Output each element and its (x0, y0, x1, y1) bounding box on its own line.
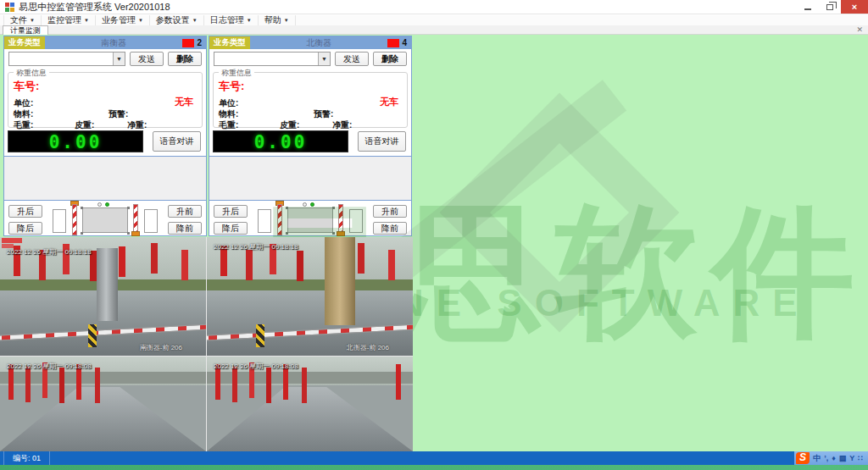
camera-scene-layer (325, 237, 355, 325)
menu-item-business-mgmt[interactable]: 业务管理▼ (96, 15, 150, 25)
weighbridge-platform (82, 207, 128, 233)
business-type-badge[interactable]: 业务类型 (209, 36, 250, 49)
front-barrier-cap (131, 231, 140, 236)
barrier-control-row: 升后 降后 (4, 201, 206, 239)
window-controls: × (797, 0, 868, 14)
menu-item-monitor-mgmt[interactable]: 监控管理▼ (42, 15, 96, 25)
toolbox-icon[interactable]: Y (849, 452, 854, 464)
raise-rear-button[interactable]: 升后 (214, 205, 248, 218)
rear-sensor-box (258, 209, 271, 233)
camera-scene-layer (207, 387, 413, 451)
menu-label: 参数设置 (156, 14, 190, 26)
tare-weight-label: 皮重: (75, 119, 94, 131)
chevron-down-icon: ▼ (247, 18, 252, 23)
alert-label: 预警: (314, 108, 333, 120)
main-area: 易思软件 NE SOFTWARE 业务类型 南衡器 2 ▼ 发送 删除 称重信息… (0, 35, 868, 451)
watermark-english: NE SOFTWARE (397, 282, 810, 324)
chinese-mode-icon[interactable]: 中 (813, 452, 821, 464)
indicator-on-icon (105, 202, 109, 207)
raise-rear-button[interactable]: 升后 (8, 205, 42, 218)
tab-metering-monitor[interactable]: 计量监测 (3, 25, 48, 35)
menu-item-help[interactable]: 帮助▼ (259, 15, 296, 25)
platform-handle (127, 207, 130, 209)
vehicle-no-label: 车号: (14, 79, 39, 94)
voice-intercom-button[interactable]: 语音对讲 (153, 131, 201, 152)
tare-weight-label: 皮重: (280, 119, 299, 131)
delete-button[interactable]: 删除 (373, 52, 407, 66)
weighbridge-graphic (47, 201, 164, 239)
voice-intercom-button[interactable]: 语音对讲 (358, 131, 406, 152)
group-title: 称重信息 (219, 68, 254, 79)
send-button[interactable]: 发送 (335, 52, 369, 66)
queue-count: 4 (402, 38, 407, 47)
camera-scene-layer (256, 324, 264, 347)
keyboard-icon[interactable]: ▤ (839, 452, 847, 464)
chevron-down-icon: ▼ (138, 18, 143, 23)
lower-front-button[interactable]: 降前 (373, 222, 407, 235)
mic-icon[interactable]: ♦ (832, 452, 836, 464)
info-placeholder-area (4, 156, 206, 201)
menu-item-log-mgmt[interactable]: 日志管理▼ (204, 15, 259, 25)
camera-timestamp: 2022 12 26 星期一 09:18:18 (214, 242, 298, 252)
app-icon (5, 3, 14, 12)
menu-label: 帮助 (264, 14, 281, 26)
app-window: 易思中控监管管理系统 Ver20201018 × 文件▼ 监控管理▼ 业务管理▼… (0, 0, 868, 470)
platform-handle (127, 232, 130, 235)
panel-header: 业务类型 南衡器 2 (4, 36, 206, 49)
chevron-down-icon: ▼ (113, 53, 125, 65)
material-label: 物料: (14, 108, 33, 120)
minimize-button[interactable] (797, 0, 819, 14)
camera-feed-north-front[interactable]: 2022 12 26 星期一 09:18:18 北衡器-前 206 (207, 237, 413, 356)
scale-panel-north: 业务类型 北衡器 4 ▼ 发送 删除 称重信息 车号: 无车 单位: 物料: 预… (209, 36, 412, 236)
no-vehicle-status: 无车 (380, 96, 398, 108)
indicator-off-icon (303, 202, 307, 207)
vehicle-no-label: 车号: (219, 79, 244, 94)
barrier-control-row: 升后 降后 (209, 201, 411, 239)
close-icon: × (852, 2, 857, 12)
business-type-select[interactable]: ▼ (214, 52, 331, 66)
lower-rear-button[interactable]: 降后 (8, 222, 42, 235)
camera-feed-north-rear[interactable]: 2022 12 26 星期一 09:18:08 (207, 357, 413, 451)
business-type-badge[interactable]: 业务类型 (4, 36, 45, 49)
rear-barrier-pole (277, 204, 282, 235)
weight-display-row: 0.00 语音对讲 (209, 128, 411, 152)
lower-rear-button[interactable]: 降后 (214, 222, 248, 235)
delete-button[interactable]: 删除 (168, 52, 202, 66)
grid-icon[interactable]: ∷ (858, 452, 863, 464)
camera-timestamp: 2022 12 26 星期一 09:18:08 (214, 362, 298, 371)
camera-name-overlay: 北衡器-前 206 (347, 343, 389, 352)
rear-barrier-buttons: 升后 降后 (209, 205, 252, 235)
raise-front-button[interactable]: 升前 (373, 205, 407, 218)
raise-front-button[interactable]: 升前 (168, 205, 202, 218)
camera-scene-layer (97, 248, 117, 322)
scale-panel-south: 业务类型 南衡器 2 ▼ 发送 删除 称重信息 车号: 无车 单位: 物料: 预… (3, 36, 207, 236)
indicator-off-icon (97, 202, 102, 207)
camera-feed-south-rear[interactable]: 2022 12 26 星期一 09:18:08 (0, 357, 206, 451)
menu-bar: 文件▼ 监控管理▼ 业务管理▼ 参数设置▼ 日志管理▼ 帮助▼ (0, 15, 868, 25)
lower-front-button[interactable]: 降前 (168, 222, 202, 235)
camera-timestamp: 2022 12 26 星期一 09:18:18 (7, 247, 92, 257)
front-barrier-cap (337, 231, 345, 236)
punctuation-icon[interactable]: ’, (824, 452, 828, 464)
business-type-select[interactable]: ▼ (8, 52, 125, 66)
camera-name-overlay: 南衡器-前 206 (140, 343, 182, 352)
weight-led-display: 0.00 (213, 130, 348, 152)
menu-label: 业务管理 (102, 14, 136, 26)
alert-label: 预警: (108, 108, 128, 120)
weighing-info-group: 称重信息 车号: 无车 单位: 物料: 预警: 毛重: 皮重: 净重: (8, 72, 203, 128)
weighing-info-group: 称重信息 车号: 无车 单位: 物料: 预警: 毛重: 皮重: 净重: (213, 72, 408, 128)
sogou-logo-icon[interactable]: S (796, 452, 810, 464)
close-button[interactable]: × (841, 0, 868, 14)
camera-scene-layer (207, 372, 413, 384)
menu-item-file[interactable]: 文件▼ (3, 15, 42, 25)
camera-scene-layer (88, 324, 97, 347)
send-button[interactable]: 发送 (130, 52, 164, 66)
front-sensor-box (349, 209, 363, 233)
menu-item-param-settings[interactable]: 参数设置▼ (150, 15, 204, 25)
camera-scene-layer (0, 372, 206, 384)
tab-close-icon[interactable]: ✕ (856, 25, 863, 35)
window-title: 易思中控监管管理系统 Ver20201018 (19, 1, 170, 14)
camera-feed-south-front[interactable]: 2022 12 26 星期一 09:18:18 南衡器-前 206 (0, 237, 206, 356)
minimize-icon (804, 8, 811, 10)
maximize-button[interactable] (819, 0, 841, 14)
